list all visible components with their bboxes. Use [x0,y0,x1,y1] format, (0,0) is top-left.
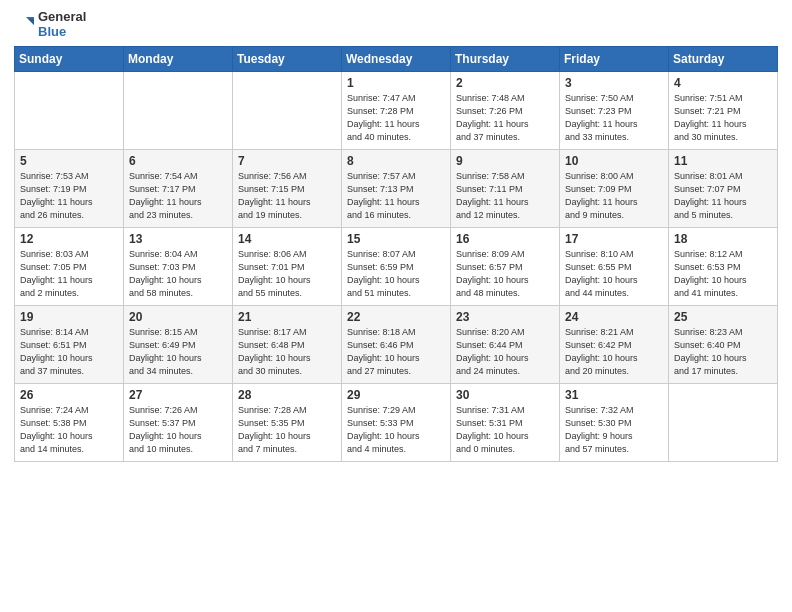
day-info: Sunrise: 7:53 AM Sunset: 7:19 PM Dayligh… [20,170,118,222]
day-number: 4 [674,76,772,90]
day-number: 14 [238,232,336,246]
svg-marker-1 [28,19,34,25]
day-number: 23 [456,310,554,324]
day-cell: 1Sunrise: 7:47 AM Sunset: 7:28 PM Daylig… [342,71,451,149]
day-cell: 20Sunrise: 8:15 AM Sunset: 6:49 PM Dayli… [124,305,233,383]
day-info: Sunrise: 7:32 AM Sunset: 5:30 PM Dayligh… [565,404,663,456]
day-number: 2 [456,76,554,90]
calendar-table: SundayMondayTuesdayWednesdayThursdayFrid… [14,46,778,462]
day-cell: 26Sunrise: 7:24 AM Sunset: 5:38 PM Dayli… [15,383,124,461]
day-number: 7 [238,154,336,168]
day-cell: 6Sunrise: 7:54 AM Sunset: 7:17 PM Daylig… [124,149,233,227]
day-cell: 10Sunrise: 8:00 AM Sunset: 7:09 PM Dayli… [560,149,669,227]
day-number: 31 [565,388,663,402]
day-number: 28 [238,388,336,402]
day-cell: 7Sunrise: 7:56 AM Sunset: 7:15 PM Daylig… [233,149,342,227]
day-info: Sunrise: 8:15 AM Sunset: 6:49 PM Dayligh… [129,326,227,378]
day-info: Sunrise: 8:01 AM Sunset: 7:07 PM Dayligh… [674,170,772,222]
week-row-3: 12Sunrise: 8:03 AM Sunset: 7:05 PM Dayli… [15,227,778,305]
day-cell: 11Sunrise: 8:01 AM Sunset: 7:07 PM Dayli… [669,149,778,227]
day-number: 17 [565,232,663,246]
logo-general: General [38,10,86,25]
day-number: 25 [674,310,772,324]
logo-icon [14,15,34,35]
day-info: Sunrise: 8:23 AM Sunset: 6:40 PM Dayligh… [674,326,772,378]
calendar-body: 1Sunrise: 7:47 AM Sunset: 7:28 PM Daylig… [15,71,778,461]
day-number: 11 [674,154,772,168]
day-cell [233,71,342,149]
logo: General Blue [14,10,86,40]
weekday-saturday: Saturday [669,46,778,71]
day-info: Sunrise: 7:48 AM Sunset: 7:26 PM Dayligh… [456,92,554,144]
week-row-1: 1Sunrise: 7:47 AM Sunset: 7:28 PM Daylig… [15,71,778,149]
day-cell [15,71,124,149]
day-cell [669,383,778,461]
day-cell: 31Sunrise: 7:32 AM Sunset: 5:30 PM Dayli… [560,383,669,461]
day-cell: 14Sunrise: 8:06 AM Sunset: 7:01 PM Dayli… [233,227,342,305]
day-info: Sunrise: 8:12 AM Sunset: 6:53 PM Dayligh… [674,248,772,300]
day-cell [124,71,233,149]
day-info: Sunrise: 8:14 AM Sunset: 6:51 PM Dayligh… [20,326,118,378]
logo-container: General Blue [14,10,86,40]
day-number: 9 [456,154,554,168]
day-info: Sunrise: 8:00 AM Sunset: 7:09 PM Dayligh… [565,170,663,222]
weekday-tuesday: Tuesday [233,46,342,71]
day-cell: 8Sunrise: 7:57 AM Sunset: 7:13 PM Daylig… [342,149,451,227]
day-info: Sunrise: 8:03 AM Sunset: 7:05 PM Dayligh… [20,248,118,300]
day-number: 19 [20,310,118,324]
day-cell: 28Sunrise: 7:28 AM Sunset: 5:35 PM Dayli… [233,383,342,461]
day-cell: 19Sunrise: 8:14 AM Sunset: 6:51 PM Dayli… [15,305,124,383]
day-cell: 4Sunrise: 7:51 AM Sunset: 7:21 PM Daylig… [669,71,778,149]
day-info: Sunrise: 8:17 AM Sunset: 6:48 PM Dayligh… [238,326,336,378]
day-info: Sunrise: 7:50 AM Sunset: 7:23 PM Dayligh… [565,92,663,144]
page-header: General Blue [14,10,778,40]
day-info: Sunrise: 8:04 AM Sunset: 7:03 PM Dayligh… [129,248,227,300]
day-cell: 16Sunrise: 8:09 AM Sunset: 6:57 PM Dayli… [451,227,560,305]
day-cell: 18Sunrise: 8:12 AM Sunset: 6:53 PM Dayli… [669,227,778,305]
day-cell: 17Sunrise: 8:10 AM Sunset: 6:55 PM Dayli… [560,227,669,305]
weekday-friday: Friday [560,46,669,71]
day-cell: 9Sunrise: 7:58 AM Sunset: 7:11 PM Daylig… [451,149,560,227]
day-number: 15 [347,232,445,246]
day-cell: 15Sunrise: 8:07 AM Sunset: 6:59 PM Dayli… [342,227,451,305]
day-number: 22 [347,310,445,324]
weekday-wednesday: Wednesday [342,46,451,71]
day-number: 10 [565,154,663,168]
day-cell: 23Sunrise: 8:20 AM Sunset: 6:44 PM Dayli… [451,305,560,383]
day-number: 1 [347,76,445,90]
day-cell: 27Sunrise: 7:26 AM Sunset: 5:37 PM Dayli… [124,383,233,461]
day-cell: 3Sunrise: 7:50 AM Sunset: 7:23 PM Daylig… [560,71,669,149]
day-info: Sunrise: 8:20 AM Sunset: 6:44 PM Dayligh… [456,326,554,378]
day-info: Sunrise: 7:47 AM Sunset: 7:28 PM Dayligh… [347,92,445,144]
day-cell: 21Sunrise: 8:17 AM Sunset: 6:48 PM Dayli… [233,305,342,383]
day-info: Sunrise: 7:26 AM Sunset: 5:37 PM Dayligh… [129,404,227,456]
day-number: 27 [129,388,227,402]
day-number: 5 [20,154,118,168]
day-cell: 29Sunrise: 7:29 AM Sunset: 5:33 PM Dayli… [342,383,451,461]
day-info: Sunrise: 7:54 AM Sunset: 7:17 PM Dayligh… [129,170,227,222]
day-number: 21 [238,310,336,324]
weekday-sunday: Sunday [15,46,124,71]
weekday-thursday: Thursday [451,46,560,71]
day-number: 16 [456,232,554,246]
week-row-4: 19Sunrise: 8:14 AM Sunset: 6:51 PM Dayli… [15,305,778,383]
day-info: Sunrise: 8:10 AM Sunset: 6:55 PM Dayligh… [565,248,663,300]
weekday-monday: Monday [124,46,233,71]
day-cell: 30Sunrise: 7:31 AM Sunset: 5:31 PM Dayli… [451,383,560,461]
day-number: 24 [565,310,663,324]
day-info: Sunrise: 8:06 AM Sunset: 7:01 PM Dayligh… [238,248,336,300]
day-cell: 25Sunrise: 8:23 AM Sunset: 6:40 PM Dayli… [669,305,778,383]
day-info: Sunrise: 7:51 AM Sunset: 7:21 PM Dayligh… [674,92,772,144]
day-number: 12 [20,232,118,246]
day-info: Sunrise: 8:21 AM Sunset: 6:42 PM Dayligh… [565,326,663,378]
day-cell: 12Sunrise: 8:03 AM Sunset: 7:05 PM Dayli… [15,227,124,305]
day-cell: 5Sunrise: 7:53 AM Sunset: 7:19 PM Daylig… [15,149,124,227]
day-number: 29 [347,388,445,402]
day-info: Sunrise: 7:28 AM Sunset: 5:35 PM Dayligh… [238,404,336,456]
day-number: 18 [674,232,772,246]
day-cell: 13Sunrise: 8:04 AM Sunset: 7:03 PM Dayli… [124,227,233,305]
day-number: 8 [347,154,445,168]
week-row-5: 26Sunrise: 7:24 AM Sunset: 5:38 PM Dayli… [15,383,778,461]
day-number: 6 [129,154,227,168]
day-number: 20 [129,310,227,324]
